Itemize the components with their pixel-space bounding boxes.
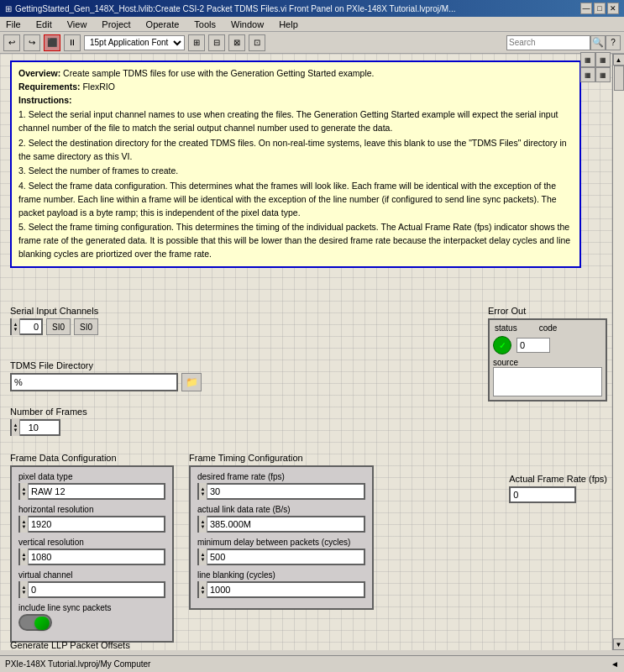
menu-bar: File Edit View Project Operate Tools Win… <box>0 17 624 32</box>
line-blank-arrow[interactable]: ▲▼ <box>199 581 207 598</box>
serial-input-arrow[interactable]: ▲▼ <box>12 318 20 335</box>
error-out-box: status code ✓ 0 source <box>488 318 607 402</box>
folder-browse-button[interactable]: 📁 <box>181 373 202 391</box>
main-panel: Overview: Create sample TDMS files for u… <box>0 54 624 650</box>
distribute-button[interactable]: ⊟ <box>208 34 225 51</box>
tdms-input[interactable]: % <box>10 373 178 391</box>
desired-fps-value: 30 <box>207 486 223 496</box>
h-res-label: horizontal resolution <box>18 505 165 514</box>
line-blank-value: 1000 <box>207 585 233 595</box>
align-button[interactable]: ⊞ <box>188 34 205 51</box>
overview-instructions-label: Instructions: <box>18 94 573 108</box>
menu-file[interactable]: File <box>3 19 24 29</box>
font-selector[interactable]: 15pt Application Font <box>84 35 185 50</box>
frame-timing-box: desired frame rate (fps) ▲▼ 30 actual li… <box>189 465 374 610</box>
menu-view[interactable]: View <box>65 19 90 29</box>
window-title: GettingStarted_Gen_148X_Host.lvlib:Creat… <box>15 4 456 13</box>
actual-frame-section: Actual Frame Rate (fps) 0 <box>509 474 607 503</box>
maximize-button[interactable]: □ <box>594 3 606 14</box>
serial-input-label: Serial Input Channels <box>10 306 98 316</box>
line-blank-label: line blanking (cycles) <box>197 570 365 580</box>
serial-input-btn1[interactable]: SI0 <box>46 318 71 335</box>
status-bar: PXIe-148X Tutorial.lvproj/My Computer ◄ <box>0 655 624 672</box>
frame-data-box: pixel data type ▲▼ RAW 12 horizontal res… <box>10 465 174 643</box>
line-blank-input[interactable]: ▲▼ 1000 <box>197 581 365 598</box>
desired-fps-input[interactable]: ▲▼ 30 <box>197 483 365 500</box>
forward-button[interactable]: ↪ <box>24 34 40 51</box>
frame-timing-section: Frame Timing Configuration desired frame… <box>189 453 374 610</box>
scroll-down-button[interactable]: ▼ <box>613 638 625 650</box>
virtual-ch-value: 0 <box>29 585 39 595</box>
resize-button[interactable]: ⊠ <box>228 34 245 51</box>
overview-line2: Requirements: FlexRIO <box>18 81 573 94</box>
frames-spinbox[interactable]: ▲▼ 10 <box>10 419 60 436</box>
line-blank-field: line blanking (cycles) ▲▼ 1000 <box>197 570 365 598</box>
actual-link-input[interactable]: ▲▼ 385.000M <box>197 516 365 533</box>
virtual-ch-input[interactable]: ▲▼ 0 <box>18 581 165 598</box>
line-sync-toggle[interactable] <box>18 614 52 631</box>
actual-link-label: actual link data rate (B/s) <box>197 505 365 514</box>
grid-icon-4[interactable]: ▦ <box>595 67 611 82</box>
menu-operate[interactable]: Operate <box>144 19 182 29</box>
close-button[interactable]: ✕ <box>607 3 619 14</box>
menu-project[interactable]: Project <box>99 19 133 29</box>
search-input[interactable] <box>506 35 590 50</box>
v-res-value: 1080 <box>29 552 54 562</box>
scroll-up-button[interactable]: ▲ <box>613 54 625 66</box>
grid-icon-1[interactable]: ▦ <box>580 52 595 67</box>
min-delay-input[interactable]: ▲▼ 500 <box>197 549 365 565</box>
h-res-arrow[interactable]: ▲▼ <box>20 516 29 533</box>
scroll-thumb[interactable] <box>614 66 624 91</box>
source-label: source <box>493 358 602 367</box>
tdms-value: % <box>14 377 23 387</box>
generate-llp-label: Generate LLP Packet Offsets <box>10 640 130 650</box>
virtual-ch-label: virtual channel <box>18 570 165 580</box>
abort-button[interactable]: ⬛ <box>44 34 60 51</box>
actual-link-arrow[interactable]: ▲▼ <box>199 516 207 533</box>
min-delay-value: 500 <box>207 552 228 562</box>
title-bar: ⊞ GettingStarted_Gen_148X_Host.lvlib:Cre… <box>0 0 624 17</box>
overview-step2: 2. Select the destination directory for … <box>18 137 573 164</box>
frames-label: Number of Frames <box>10 407 87 417</box>
back-button[interactable]: ↩ <box>3 34 20 51</box>
desired-fps-label: desired frame rate (fps) <box>197 472 365 481</box>
h-res-input[interactable]: ▲▼ 1920 <box>18 516 165 533</box>
desired-fps-arrow[interactable]: ▲▼ <box>199 483 207 500</box>
reorder-button[interactable]: ⊡ <box>249 34 265 51</box>
pause-button[interactable]: ⏸ <box>64 34 81 51</box>
error-out-section: Error Out status code ✓ 0 source <box>488 306 607 402</box>
v-res-arrow[interactable]: ▲▼ <box>20 549 29 565</box>
actual-link-value: 385.000M <box>207 519 254 529</box>
grid-icon-2[interactable]: ▦ <box>595 52 611 67</box>
menu-edit[interactable]: Edit <box>34 19 55 29</box>
frames-arrow[interactable]: ▲▼ <box>12 419 20 436</box>
serial-input-value: 0 <box>20 322 41 332</box>
virtual-ch-field: virtual channel ▲▼ 0 <box>18 570 165 598</box>
overview-box: Overview: Create sample TDMS files for u… <box>10 60 581 268</box>
overview-step5: 5. Select the frame timing configuration… <box>18 221 573 260</box>
virtual-ch-arrow[interactable]: ▲▼ <box>20 581 29 598</box>
minimize-button[interactable]: — <box>580 3 592 14</box>
menu-help[interactable]: Help <box>276 19 301 29</box>
search-box: 🔍 ? <box>506 35 621 50</box>
overview-line1: Overview: Create sample TDMS files for u… <box>18 67 573 81</box>
serial-input-btn2[interactable]: SI0 <box>74 318 98 335</box>
menu-window[interactable]: Window <box>228 19 266 29</box>
menu-tools[interactable]: Tools <box>191 19 218 29</box>
frame-data-label: Frame Data Configuration <box>10 453 174 463</box>
pixel-type-arrow[interactable]: ▲▼ <box>20 483 29 500</box>
help-button[interactable]: ? <box>606 35 621 50</box>
search-button[interactable]: 🔍 <box>590 35 606 50</box>
v-res-input[interactable]: ▲▼ 1080 <box>18 549 165 565</box>
v-res-label: vertical resolution <box>18 538 165 547</box>
frames-value: 10 <box>20 423 41 433</box>
frames-section: Number of Frames ▲▼ 10 <box>10 407 87 436</box>
right-scrollbar: ▲ ▼ <box>612 54 624 650</box>
code-value: 0 <box>517 338 550 353</box>
grid-icon-3[interactable]: ▦ <box>580 67 595 82</box>
desired-fps-field: desired frame rate (fps) ▲▼ 30 <box>197 472 365 500</box>
pixel-type-input[interactable]: ▲▼ RAW 12 <box>18 483 165 500</box>
min-delay-arrow[interactable]: ▲▼ <box>199 549 207 565</box>
tdms-section: TDMS File Directory % 📁 <box>10 360 202 391</box>
serial-input-spinbox[interactable]: ▲▼ 0 <box>10 318 43 335</box>
